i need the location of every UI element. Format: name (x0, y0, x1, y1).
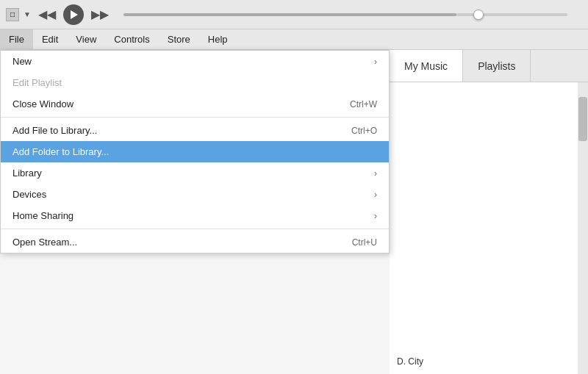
menu-item-home-sharing-arrow: › (374, 211, 377, 221)
menu-item-library-arrow: › (374, 168, 377, 179)
menu-item-add-file-label: Add File to Library... (12, 125, 97, 136)
menu-item-home-sharing[interactable]: Home Sharing › (1, 205, 389, 226)
separator-1 (1, 117, 389, 118)
menu-item-edit-playlist: Edit Playlist (1, 72, 389, 93)
title-dropdown[interactable]: ▼ (24, 10, 31, 18)
tab-my-music-label: My Music (404, 60, 448, 72)
menu-item-edit-playlist-label: Edit Playlist (12, 77, 62, 88)
menu-controls[interactable]: Controls (105, 29, 158, 49)
menu-item-devices-arrow: › (374, 190, 377, 200)
menu-item-library[interactable]: Library › (1, 162, 389, 184)
menu-item-open-stream[interactable]: Open Stream... Ctrl+U (1, 231, 389, 253)
bottom-text: D. City (397, 356, 423, 367)
menu-item-new-label: New (12, 56, 32, 67)
menu-item-open-stream-label: Open Stream... (12, 237, 77, 248)
right-body: D. City (390, 82, 588, 374)
menu-item-add-file-shortcut: Ctrl+O (351, 126, 377, 136)
menu-item-close-window-label: Close Window (12, 98, 74, 109)
menu-item-close-window-shortcut: Ctrl+W (350, 99, 377, 109)
menu-item-new[interactable]: New › (1, 51, 389, 72)
progress-thumb[interactable] (473, 10, 484, 20)
tabs-row: My Music Playlists (390, 50, 588, 82)
prev-button[interactable]: ◀◀ (38, 9, 56, 21)
menu-edit[interactable]: Edit (33, 29, 67, 49)
transport-controls: ◀◀ ▶▶ (38, 4, 109, 25)
scroll-track[interactable] (578, 82, 588, 374)
menu-item-library-label: Library (12, 168, 42, 179)
menu-item-new-arrow: › (374, 57, 377, 67)
play-button[interactable] (63, 4, 84, 25)
tab-playlists[interactable]: Playlists (463, 50, 531, 82)
menu-item-devices[interactable]: Devices › (1, 184, 389, 205)
title-bar: □ ▼ ◀◀ ▶▶ (0, 0, 588, 29)
right-content: My Music Playlists D. City (390, 50, 588, 374)
progress-fill (123, 13, 456, 16)
menu-item-open-stream-shortcut: Ctrl+U (352, 237, 377, 248)
menu-store[interactable]: Store (159, 29, 199, 49)
menu-item-close-window[interactable]: Close Window Ctrl+W (1, 93, 389, 115)
scroll-thumb[interactable] (578, 97, 587, 141)
separator-2 (1, 229, 389, 229)
content-area: New › Edit Playlist Close Window Ctrl+W … (0, 50, 588, 374)
title-bar-controls: □ ▼ (6, 8, 31, 21)
tab-my-music[interactable]: My Music (390, 50, 463, 82)
menu-item-home-sharing-label: Home Sharing (12, 210, 74, 221)
menu-bar: File Edit View Controls Store Help (0, 29, 588, 50)
file-dropdown-menu: New › Edit Playlist Close Window Ctrl+W … (0, 50, 390, 253)
menu-view[interactable]: View (67, 29, 105, 49)
menu-item-add-file[interactable]: Add File to Library... Ctrl+O (1, 120, 389, 141)
menu-item-add-folder-label: Add Folder to Library... (12, 146, 109, 157)
menu-item-add-folder[interactable]: Add Folder to Library... (1, 141, 389, 162)
progress-bar[interactable] (123, 13, 567, 16)
next-button[interactable]: ▶▶ (91, 9, 109, 21)
tab-playlists-label: Playlists (478, 60, 515, 72)
title-icon[interactable]: □ (6, 8, 19, 21)
menu-help[interactable]: Help (199, 29, 237, 49)
menu-file[interactable]: File (0, 29, 33, 49)
menu-item-devices-label: Devices (12, 189, 46, 200)
